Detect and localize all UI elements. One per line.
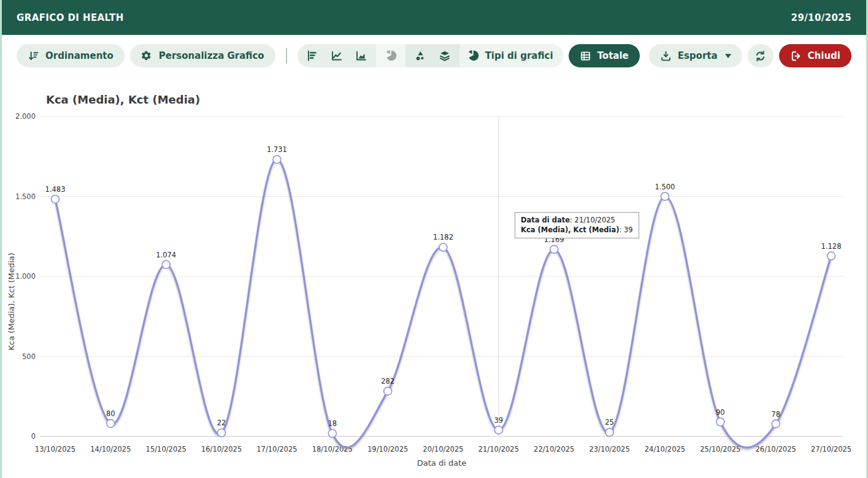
data-point-marker[interactable]: [52, 195, 60, 203]
horizontal-bar-chart-icon: [306, 50, 318, 62]
data-point-marker[interactable]: [550, 245, 558, 253]
refresh-button[interactable]: [748, 44, 774, 67]
x-tick-label: 27/10/2025: [811, 445, 851, 453]
data-point-marker[interactable]: [605, 428, 613, 436]
x-tick-label: 21/10/2025: [478, 445, 519, 453]
data-point-marker[interactable]: [828, 252, 835, 260]
y-tick-label: 500: [22, 352, 36, 361]
y-axis-title: Kca (Media), Kct (Media): [7, 252, 16, 350]
data-point-label: 1.500: [655, 183, 675, 191]
x-tick-label: 20/10/2025: [423, 445, 463, 453]
data-point-marker[interactable]: [772, 420, 780, 428]
pie-chart-icon: [385, 50, 397, 62]
shapes-chart-type-button[interactable]: [408, 44, 432, 67]
tipi-di-grafici-button[interactable]: Tipi di grafici: [459, 44, 563, 67]
x-tick-label: 24/10/2025: [645, 445, 685, 453]
y-tick-label: 1.500: [15, 192, 36, 201]
data-point-marker[interactable]: [661, 192, 669, 200]
personalizza-grafico-button[interactable]: Personalizza Grafico: [130, 44, 275, 67]
chart-tooltip: Data di date: 21/10/2025 Kca (Media), Kc…: [515, 212, 639, 238]
page-title: GRAFICO DI HEALTH: [17, 12, 124, 23]
gear-icon: [141, 50, 153, 62]
y-tick-label: 0: [31, 432, 36, 441]
chiudi-button[interactable]: Chiudi: [779, 44, 851, 67]
x-tick-label: 25/10/2025: [700, 445, 740, 453]
line-chart-icon: [331, 50, 343, 62]
tooltip-row-value: Kca (Media), Kct (Media): 39: [521, 225, 633, 235]
refresh-icon: [755, 50, 766, 62]
x-tick-label: 14/10/2025: [90, 445, 131, 453]
data-point-marker[interactable]: [439, 243, 447, 251]
toolbar: Ordinamento Personalizza Grafico: [2, 35, 866, 77]
data-point-label: 90: [716, 408, 725, 417]
data-point-marker[interactable]: [494, 426, 502, 434]
data-point-marker[interactable]: [716, 418, 724, 426]
personalizza-grafico-label: Personalizza Grafico: [159, 50, 264, 61]
x-tick-label: 17/10/2025: [256, 445, 297, 453]
totale-label: Totale: [597, 50, 629, 61]
chart-window: GRAFICO DI HEALTH 29/10/2025 Ordinamento…: [0, 0, 868, 478]
header-date: 29/10/2025: [791, 12, 851, 23]
layers-icon: [439, 50, 451, 62]
data-point-marker[interactable]: [162, 260, 170, 268]
x-axis-title: Data di date: [417, 458, 466, 468]
tooltip-row-date: Data di date: 21/10/2025: [521, 215, 633, 225]
line-chart-type-button[interactable]: [325, 44, 349, 67]
x-tick-label: 26/10/2025: [756, 445, 796, 453]
horizontal-bar-chart-type-button[interactable]: [300, 44, 325, 67]
exit-icon: [790, 50, 802, 62]
toolbar-right-group: Esporta Chiudi: [649, 44, 851, 67]
data-point-marker[interactable]: [107, 420, 115, 428]
x-tick-label: 16/10/2025: [201, 445, 242, 453]
data-point-label: 282: [381, 377, 394, 385]
x-tick-label: 15/10/2025: [146, 445, 186, 453]
download-icon: [660, 50, 672, 62]
shapes-icon: [414, 50, 426, 62]
line-chart[interactable]: 05001.0001.5002.00013/10/202514/10/20251…: [2, 86, 868, 478]
data-point-label: 18: [328, 419, 337, 428]
y-tick-label: 2.000: [15, 112, 36, 121]
tipi-di-grafici-label: Tipi di grafici: [485, 50, 553, 61]
data-point-label: 80: [106, 409, 115, 418]
pie-chart-type-button[interactable]: [378, 44, 403, 67]
data-point-label: 22: [217, 419, 226, 427]
ordinamento-button[interactable]: Ordinamento: [17, 44, 125, 67]
area-chart-type-button[interactable]: [349, 44, 374, 67]
chiudi-label: Chiudi: [808, 50, 840, 61]
series-line: [55, 159, 831, 447]
esporta-label: Esporta: [678, 50, 718, 61]
data-point-marker[interactable]: [218, 429, 226, 437]
data-point-label: 1.128: [821, 242, 842, 251]
data-point-marker[interactable]: [273, 156, 281, 164]
data-point-label: 25: [605, 418, 614, 427]
ordinamento-label: Ordinamento: [45, 50, 113, 61]
totale-button[interactable]: Totale: [569, 44, 640, 67]
caret-down-icon: [725, 54, 731, 58]
data-point-label: 78: [771, 410, 780, 419]
toolbar-divider: [286, 48, 287, 64]
data-point-marker[interactable]: [328, 430, 336, 438]
data-point-label: 1.182: [433, 233, 453, 241]
data-point-label: 1.731: [267, 145, 287, 154]
data-point-marker[interactable]: [384, 387, 392, 395]
data-point-label: 1.074: [156, 251, 176, 259]
data-point-label: 39: [494, 416, 504, 425]
sort-icon: [28, 50, 39, 62]
x-tick-label: 19/10/2025: [367, 445, 408, 453]
data-point-label: 1.483: [45, 185, 66, 194]
x-tick-label: 22/10/2025: [534, 445, 574, 453]
header-bar: GRAFICO DI HEALTH 29/10/2025: [2, 0, 866, 35]
pie-chart-icon: [467, 50, 479, 62]
layers-chart-type-button[interactable]: [432, 44, 457, 67]
area-chart-icon: [355, 50, 367, 62]
y-tick-label: 1.000: [15, 272, 36, 281]
esporta-button[interactable]: Esporta: [649, 44, 742, 67]
x-tick-label: 18/10/2025: [312, 445, 353, 453]
chart-type-group: Tipi di grafici: [298, 44, 563, 67]
table-icon: [580, 50, 591, 62]
x-tick-label: 23/10/2025: [589, 445, 629, 453]
x-tick-label: 13/10/2025: [35, 445, 75, 453]
